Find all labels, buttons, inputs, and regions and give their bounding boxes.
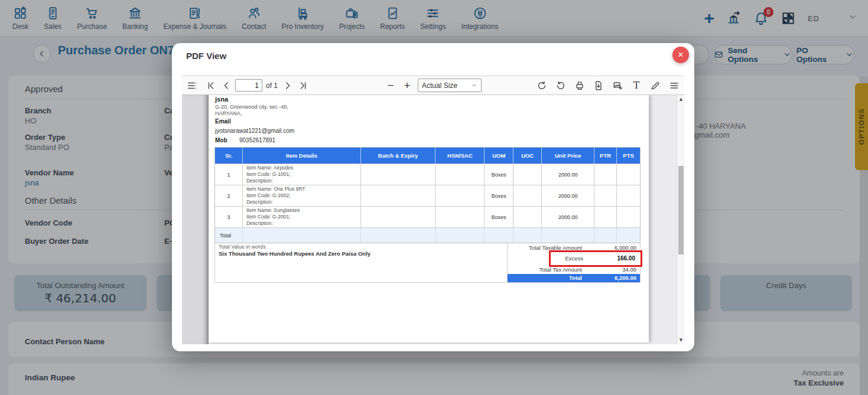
grand-total-label: Total [569,274,582,282]
text-tool-icon[interactable]: T [630,79,643,92]
page-count-label: of 1 [266,81,278,90]
cell-item-details: Item Name: AirpodesItem Code: G-1001;Des… [243,164,361,185]
rotate-counterclockwise-icon[interactable] [554,79,567,92]
download-file-icon[interactable] [592,79,605,92]
excess-label: Excess [565,252,583,265]
pdf-mob-value: 90352617891 [239,137,275,143]
toolbar-left-group: of 1 [186,76,310,94]
table-row: 2 Item Name: One Plus 9RTItem Code: G-20… [215,185,640,206]
col-header: Unit Price [542,148,594,164]
screen: Desk Sales Purchase Banking Expense & Jo… [0,0,868,395]
cell-hsn [435,185,485,206]
cell-uoc [513,164,542,185]
first-page-icon[interactable] [204,79,217,92]
more-menu-icon[interactable] [668,79,681,92]
col-header: Sr. [215,148,243,164]
pdf-toolbar: of 1 − + Actual Size [182,76,684,95]
table-row: 3 Item Name: SunglassesItem Code: G-2001… [215,206,640,227]
close-modal-button[interactable]: × [672,47,689,63]
scroll-down-arrow[interactable]: ▼ [677,338,684,342]
scrollbar-thumb[interactable] [678,166,684,254]
zoom-out-button[interactable]: − [385,79,396,92]
cell-sr: 3 [215,207,243,227]
cell-unit-price: 2000.00 [542,207,594,227]
cell-uoc [513,185,542,206]
pdf-page: jsna G-20, Greenwood city, sec -40, HARY… [209,95,649,342]
toolbar-zoom-group: − + Actual Size [385,76,482,94]
modal-title: PDF View [186,51,226,61]
pdf-email-label: Email [215,118,231,125]
toolbar-right-group: T [535,76,681,94]
cell-item-details: Item Name: One Plus 9RTItem Code: G-2002… [243,185,361,206]
pdf-viewer-area: jsna G-20, Greenwood city, sec -40, HARY… [182,95,684,344]
col-header: PTR [594,148,617,164]
chevron-down-icon [471,82,477,89]
col-header: Batch & Expiry [361,148,436,164]
next-page-icon[interactable] [281,79,294,92]
words-label: Total Value in words [219,244,503,250]
pdf-view-modal: PDF View × of 1 [172,43,694,351]
col-header: Item Details [243,148,361,164]
pdf-mob-label: Mob [215,137,227,143]
cell-ptr [594,207,617,227]
zoom-level-value: Actual Size [422,81,457,90]
cell-batch [361,164,436,185]
pdf-scrollbar[interactable]: ▲ ▼ [677,95,684,344]
col-header: PTS [617,148,640,164]
table-row: 1 Item Name: AirpodesItem Code: G-1001;D… [215,164,640,185]
pdf-address-line2: HARYANA, [215,110,242,116]
cell-pts [617,164,640,185]
cell-sr: 1 [215,164,243,185]
thumbnail-panel [182,95,209,344]
last-page-icon[interactable] [297,79,310,92]
zoom-level-select[interactable]: Actual Size [418,79,482,92]
cell-item-details: Item Name: SunglassesItem Code: G-2001;D… [243,207,361,227]
cell-uom: Boxes [485,185,513,206]
previous-page-icon[interactable] [220,79,233,92]
cell-ptr [594,185,617,206]
insert-image-icon[interactable] [611,79,624,92]
cell-hsn [435,207,485,227]
pencil-annotate-icon[interactable] [649,79,662,92]
sidebar-toggle-icon[interactable] [186,79,199,92]
cell-batch [361,185,436,206]
cell-hsn [435,164,485,185]
amount-in-words-cell: Total Value in words Six Thousand Two Hu… [215,242,508,283]
cell-ptr [594,164,617,185]
cell-pts [617,207,640,227]
words-value: Six Thousand Two Hundred Rupees And Zero… [219,250,503,257]
cell-pts [617,185,640,206]
pdf-totals-section: Total Value in words Six Thousand Two Hu… [214,242,641,283]
col-header: UOC [513,148,542,164]
scroll-up-arrow[interactable]: ▲ [677,97,684,102]
col-header: HSN/SAC [435,148,485,164]
cell-sr: 2 [215,185,243,206]
cell-uom: Boxes [485,207,513,227]
col-header: UOM [485,148,513,164]
total-row-label: Total [215,228,243,243]
pdf-email-value: jyotsnarawat1221@gmail.com [215,128,294,134]
grand-total-value: 6,200.00 [615,274,636,282]
pdf-address-line1: G-20, Greenwood city, sec -40, [215,104,288,110]
print-icon[interactable] [573,79,586,92]
page-number-input[interactable] [235,79,262,92]
zoom-in-button[interactable]: + [401,79,413,92]
excess-highlight-box: Excess 166.00 [549,250,642,267]
rotate-clockwise-icon[interactable] [535,79,548,92]
pdf-items-table: Sr. Item Details Batch & Expiry HSN/SAC … [214,147,641,243]
grand-total-row: Total 6,200.00 [508,274,640,282]
cell-unit-price: 2000.00 [542,185,594,206]
cell-uom: Boxes [485,164,513,185]
cell-uoc [513,207,542,227]
cell-batch [361,207,436,227]
cell-unit-price: 2000.00 [542,164,594,185]
excess-value: 166.00 [617,252,635,265]
pdf-vendor-name: jsna [215,96,228,103]
table-header-row: Sr. Item Details Batch & Expiry HSN/SAC … [215,148,640,164]
table-total-row: Total [215,227,640,243]
